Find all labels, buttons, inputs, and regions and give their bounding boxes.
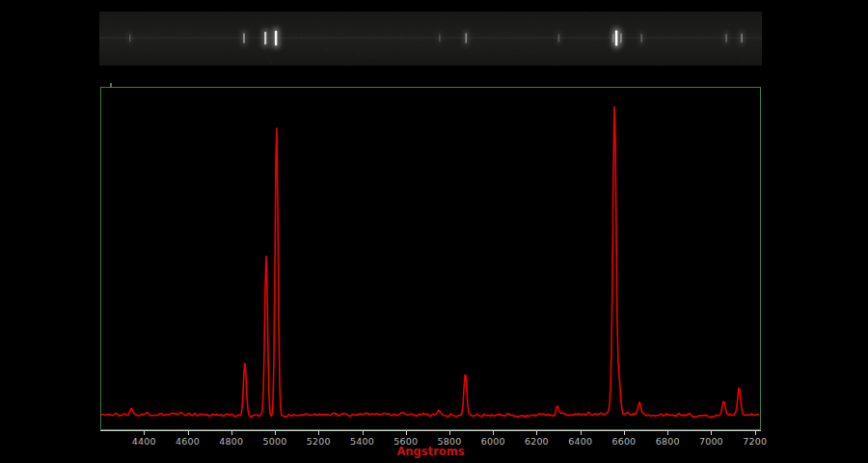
x-axis-tick bbox=[318, 431, 319, 435]
spectrum-2d-image[interactable] bbox=[99, 12, 762, 66]
x-axis-tick bbox=[363, 431, 364, 435]
spectroscopy-screen: 4400460048005000520054005600580060006200… bbox=[0, 0, 868, 463]
x-axis-tick bbox=[711, 431, 712, 435]
x-axis-tick bbox=[449, 431, 450, 435]
x-axis-title: Angstroms bbox=[100, 445, 761, 458]
spectrum-plot-canvas bbox=[101, 88, 759, 428]
x-axis-tick bbox=[188, 431, 189, 435]
x-axis-tick bbox=[624, 431, 625, 435]
x-axis-tick bbox=[493, 431, 494, 435]
spectrum-2d-canvas bbox=[99, 12, 762, 66]
x-axis-tick bbox=[536, 431, 537, 435]
x-axis-tick bbox=[667, 431, 668, 435]
spectrum-plot[interactable] bbox=[100, 87, 761, 430]
x-axis-tick bbox=[755, 431, 756, 435]
x-axis-tick bbox=[581, 431, 582, 435]
x-axis-tick bbox=[144, 431, 145, 435]
x-axis-tick bbox=[406, 431, 407, 435]
x-axis-tick bbox=[231, 431, 232, 435]
x-axis-tick bbox=[275, 431, 276, 435]
